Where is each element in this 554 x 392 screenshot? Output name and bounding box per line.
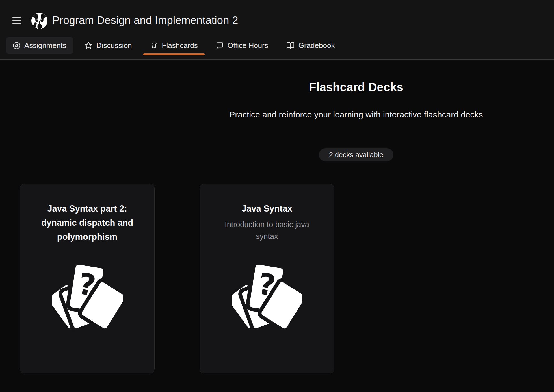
star-icon (85, 42, 92, 49)
flashcards-icon (150, 42, 158, 49)
badge-row: 2 decks available (158, 148, 554, 161)
hamburger-bar (12, 17, 21, 18)
deck-count-badge: 2 decks available (319, 148, 393, 161)
flashcard-deck-icon: ? (232, 260, 302, 333)
tab-label: Office Hours (228, 41, 268, 50)
panda-logo (31, 13, 47, 29)
hamburger-menu-button[interactable] (12, 17, 21, 24)
tab-gradebook[interactable]: Gradebook (280, 37, 342, 54)
tab-discussion[interactable]: Discussion (78, 37, 139, 54)
tab-office-hours[interactable]: Office Hours (209, 37, 275, 54)
page-subtitle: Practice and reinforce your learning wit… (158, 109, 554, 121)
hamburger-bar (12, 20, 21, 21)
deck-title: Java Syntax part 2: dynamic dispatch and… (36, 202, 138, 244)
flashcard-deck-icon: ? (52, 260, 123, 333)
hamburger-bar (12, 23, 21, 24)
tab-flashcards[interactable]: Flashcards (143, 37, 205, 54)
active-tab-underline (143, 53, 205, 55)
tab-label: Discussion (96, 41, 132, 50)
chat-bubble-icon (216, 42, 224, 49)
open-book-icon (286, 42, 295, 50)
hero-section: Flashcard Decks Practice and reinforce y… (158, 80, 554, 161)
compass-icon (13, 42, 20, 49)
deck-title: Java Syntax (216, 202, 318, 216)
app-window: Program Design and Implementation 2 Assi… (0, 0, 554, 392)
course-title: Program Design and Implementation 2 (52, 14, 238, 27)
deck-card-java-syntax-part-2[interactable]: Java Syntax part 2: dynamic dispatch and… (20, 184, 155, 373)
tab-label: Assignments (24, 41, 66, 50)
tab-label: Gradebook (298, 41, 335, 50)
page-title: Flashcard Decks (158, 80, 554, 94)
header-bar: Program Design and Implementation 2 Assi… (0, 0, 554, 60)
panda-logo-icon (31, 13, 47, 29)
deck-description: Introduction to basic java syntax (220, 219, 314, 242)
tab-label: Flashcards (162, 41, 198, 50)
tab-assignments[interactable]: Assignments (6, 37, 73, 54)
tab-bar: Assignments Discussion Flashcards (6, 37, 341, 54)
deck-card-java-syntax[interactable]: Java Syntax Introduction to basic java s… (200, 184, 334, 373)
